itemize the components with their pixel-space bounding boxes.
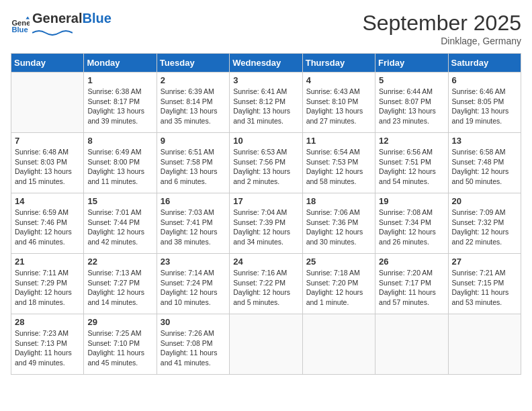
calendar-cell: 10Sunrise: 6:53 AMSunset: 7:56 PMDayligh… bbox=[230, 133, 302, 193]
calendar-header-row: SundayMondayTuesdayWednesdayThursdayFrid… bbox=[11, 54, 521, 73]
calendar-cell: 7Sunrise: 6:48 AMSunset: 8:03 PMDaylight… bbox=[11, 133, 84, 193]
day-number: 19 bbox=[379, 196, 444, 206]
day-number: 26 bbox=[379, 257, 444, 267]
calendar-cell: 16Sunrise: 7:03 AMSunset: 7:41 PMDayligh… bbox=[157, 193, 229, 254]
calendar-cell: 11Sunrise: 6:54 AMSunset: 7:53 PMDayligh… bbox=[302, 133, 375, 193]
cell-info: Sunrise: 6:43 AMSunset: 8:10 PMDaylight:… bbox=[306, 87, 371, 126]
day-number: 14 bbox=[15, 196, 80, 206]
header-sunday: Sunday bbox=[11, 54, 84, 73]
logo-text-general: General bbox=[32, 11, 82, 26]
logo: General Blue GeneralBlue bbox=[11, 11, 112, 38]
logo-wave-icon bbox=[32, 28, 73, 36]
calendar-cell bbox=[11, 73, 84, 133]
day-number: 25 bbox=[306, 257, 371, 267]
logo-icon: General Blue bbox=[11, 15, 30, 34]
calendar-cell bbox=[375, 314, 448, 375]
day-number: 18 bbox=[306, 196, 371, 206]
cell-info: Sunrise: 7:16 AMSunset: 7:22 PMDaylight:… bbox=[233, 268, 298, 308]
calendar-cell: 26Sunrise: 7:20 AMSunset: 7:17 PMDayligh… bbox=[375, 254, 448, 314]
cell-info: Sunrise: 7:01 AMSunset: 7:44 PMDaylight:… bbox=[87, 208, 152, 247]
calendar-cell: 3Sunrise: 6:41 AMSunset: 8:12 PMDaylight… bbox=[230, 73, 302, 133]
cell-info: Sunrise: 6:49 AMSunset: 8:00 PMDaylight:… bbox=[87, 147, 152, 187]
cell-info: Sunrise: 7:03 AMSunset: 7:41 PMDaylight:… bbox=[161, 208, 226, 247]
calendar-cell bbox=[230, 314, 302, 375]
title-section: September 2025 Dinklage, Germany bbox=[362, 11, 521, 46]
calendar-cell: 13Sunrise: 6:58 AMSunset: 7:48 PMDayligh… bbox=[448, 133, 521, 193]
calendar-cell: 21Sunrise: 7:11 AMSunset: 7:29 PMDayligh… bbox=[11, 254, 84, 314]
calendar-week-4: 21Sunrise: 7:11 AMSunset: 7:29 PMDayligh… bbox=[11, 254, 521, 314]
header-monday: Monday bbox=[84, 54, 157, 73]
calendar-week-3: 14Sunrise: 6:59 AMSunset: 7:46 PMDayligh… bbox=[11, 193, 521, 254]
logo-text-blue: Blue bbox=[82, 11, 111, 26]
day-number: 9 bbox=[161, 136, 226, 146]
calendar-cell: 8Sunrise: 6:49 AMSunset: 8:00 PMDaylight… bbox=[84, 133, 157, 193]
day-number: 30 bbox=[161, 317, 226, 327]
month-title: September 2025 bbox=[362, 11, 521, 36]
calendar-cell: 15Sunrise: 7:01 AMSunset: 7:44 PMDayligh… bbox=[84, 193, 157, 254]
cell-info: Sunrise: 6:56 AMSunset: 7:51 PMDaylight:… bbox=[379, 147, 444, 187]
calendar-cell: 17Sunrise: 7:04 AMSunset: 7:39 PMDayligh… bbox=[230, 193, 302, 254]
cell-info: Sunrise: 7:04 AMSunset: 7:39 PMDaylight:… bbox=[233, 208, 298, 247]
day-number: 3 bbox=[233, 75, 298, 85]
day-number: 10 bbox=[233, 136, 298, 146]
day-number: 4 bbox=[306, 75, 371, 85]
calendar-cell: 19Sunrise: 7:08 AMSunset: 7:34 PMDayligh… bbox=[375, 193, 448, 254]
calendar-cell: 24Sunrise: 7:16 AMSunset: 7:22 PMDayligh… bbox=[230, 254, 302, 314]
calendar-week-5: 28Sunrise: 7:23 AMSunset: 7:13 PMDayligh… bbox=[11, 314, 521, 375]
day-number: 11 bbox=[306, 136, 371, 146]
day-number: 15 bbox=[87, 196, 152, 206]
calendar-cell: 27Sunrise: 7:21 AMSunset: 7:15 PMDayligh… bbox=[448, 254, 521, 314]
svg-marker-2 bbox=[26, 16, 30, 19]
cell-info: Sunrise: 6:44 AMSunset: 8:07 PMDaylight:… bbox=[379, 87, 444, 126]
calendar-cell: 14Sunrise: 6:59 AMSunset: 7:46 PMDayligh… bbox=[11, 193, 84, 254]
cell-info: Sunrise: 6:46 AMSunset: 8:05 PMDaylight:… bbox=[452, 87, 517, 126]
calendar-cell: 18Sunrise: 7:06 AMSunset: 7:36 PMDayligh… bbox=[302, 193, 375, 254]
calendar-cell: 1Sunrise: 6:38 AMSunset: 8:17 PMDaylight… bbox=[84, 73, 157, 133]
cell-info: Sunrise: 7:26 AMSunset: 7:08 PMDaylight:… bbox=[161, 328, 226, 368]
cell-info: Sunrise: 7:06 AMSunset: 7:36 PMDaylight:… bbox=[306, 208, 371, 247]
cell-info: Sunrise: 7:21 AMSunset: 7:15 PMDaylight:… bbox=[452, 268, 517, 308]
cell-info: Sunrise: 7:20 AMSunset: 7:17 PMDaylight:… bbox=[379, 268, 444, 308]
calendar-week-2: 7Sunrise: 6:48 AMSunset: 8:03 PMDaylight… bbox=[11, 133, 521, 193]
day-number: 17 bbox=[233, 196, 298, 206]
cell-info: Sunrise: 7:18 AMSunset: 7:20 PMDaylight:… bbox=[306, 268, 371, 308]
day-number: 13 bbox=[452, 136, 517, 146]
cell-info: Sunrise: 7:08 AMSunset: 7:34 PMDaylight:… bbox=[379, 208, 444, 247]
cell-info: Sunrise: 7:25 AMSunset: 7:10 PMDaylight:… bbox=[87, 328, 152, 368]
cell-info: Sunrise: 7:14 AMSunset: 7:24 PMDaylight:… bbox=[161, 268, 226, 308]
day-number: 24 bbox=[233, 257, 298, 267]
calendar-cell: 25Sunrise: 7:18 AMSunset: 7:20 PMDayligh… bbox=[302, 254, 375, 314]
calendar-cell: 29Sunrise: 7:25 AMSunset: 7:10 PMDayligh… bbox=[84, 314, 157, 375]
header-saturday: Saturday bbox=[448, 54, 521, 73]
header-tuesday: Tuesday bbox=[157, 54, 229, 73]
calendar-cell bbox=[302, 314, 375, 375]
day-number: 16 bbox=[161, 196, 226, 206]
day-number: 20 bbox=[452, 196, 517, 206]
calendar-cell: 5Sunrise: 6:44 AMSunset: 8:07 PMDaylight… bbox=[375, 73, 448, 133]
calendar-cell: 22Sunrise: 7:13 AMSunset: 7:27 PMDayligh… bbox=[84, 254, 157, 314]
cell-info: Sunrise: 6:54 AMSunset: 7:53 PMDaylight:… bbox=[306, 147, 371, 187]
location: Dinklage, Germany bbox=[362, 36, 521, 46]
cell-info: Sunrise: 6:51 AMSunset: 7:58 PMDaylight:… bbox=[161, 147, 226, 187]
day-number: 5 bbox=[379, 75, 444, 85]
cell-info: Sunrise: 7:09 AMSunset: 7:32 PMDaylight:… bbox=[452, 208, 517, 247]
cell-info: Sunrise: 6:53 AMSunset: 7:56 PMDaylight:… bbox=[233, 147, 298, 187]
cell-info: Sunrise: 7:13 AMSunset: 7:27 PMDaylight:… bbox=[87, 268, 152, 308]
calendar-table: SundayMondayTuesdayWednesdayThursdayFrid… bbox=[11, 53, 521, 375]
cell-info: Sunrise: 6:58 AMSunset: 7:48 PMDaylight:… bbox=[452, 147, 517, 187]
calendar-cell bbox=[448, 314, 521, 375]
header-friday: Friday bbox=[375, 54, 448, 73]
cell-info: Sunrise: 6:38 AMSunset: 8:17 PMDaylight:… bbox=[87, 87, 152, 126]
cell-info: Sunrise: 6:48 AMSunset: 8:03 PMDaylight:… bbox=[15, 147, 80, 187]
calendar-cell: 23Sunrise: 7:14 AMSunset: 7:24 PMDayligh… bbox=[157, 254, 229, 314]
cell-info: Sunrise: 6:59 AMSunset: 7:46 PMDaylight:… bbox=[15, 208, 80, 247]
day-number: 2 bbox=[161, 75, 226, 85]
calendar-cell: 2Sunrise: 6:39 AMSunset: 8:14 PMDaylight… bbox=[157, 73, 229, 133]
day-number: 27 bbox=[452, 257, 517, 267]
calendar-cell: 30Sunrise: 7:26 AMSunset: 7:08 PMDayligh… bbox=[157, 314, 229, 375]
cell-info: Sunrise: 7:11 AMSunset: 7:29 PMDaylight:… bbox=[15, 268, 80, 308]
cell-info: Sunrise: 6:41 AMSunset: 8:12 PMDaylight:… bbox=[233, 87, 298, 126]
header-thursday: Thursday bbox=[302, 54, 375, 73]
day-number: 28 bbox=[15, 317, 80, 327]
day-number: 7 bbox=[15, 136, 80, 146]
